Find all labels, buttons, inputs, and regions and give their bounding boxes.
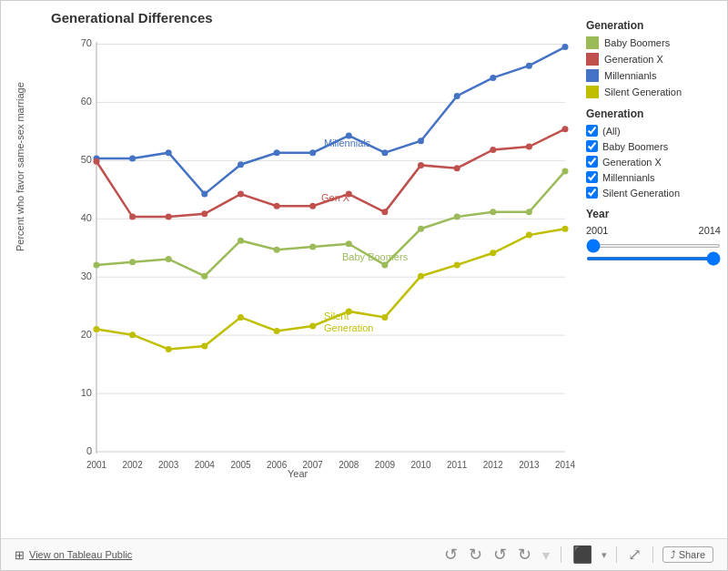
svg-point-70	[490, 209, 496, 215]
svg-point-79	[309, 323, 316, 330]
svg-point-34	[201, 191, 207, 198]
y-axis-label: Percent who favor same-sex marriage	[15, 115, 25, 251]
year-slider-min[interactable]	[586, 244, 721, 248]
svg-point-85	[526, 232, 532, 239]
divider-1: ▾	[542, 546, 550, 564]
svg-point-50	[274, 203, 280, 209]
undo2-button[interactable]: ↺	[491, 545, 509, 565]
svg-point-71	[526, 209, 532, 215]
svg-text:Baby Boomers: Baby Boomers	[342, 251, 409, 262]
sidebar: Generation Baby Boomers Generation X Mil…	[579, 10, 728, 534]
svg-point-65	[309, 244, 316, 250]
svg-point-40	[418, 138, 424, 144]
legend-color-gen-x	[586, 53, 599, 66]
svg-point-32	[129, 156, 136, 162]
svg-point-67	[381, 261, 388, 268]
svg-point-86	[562, 226, 569, 232]
svg-point-37	[309, 149, 316, 156]
vertical-divider	[561, 546, 561, 563]
svg-text:2014: 2014	[555, 460, 576, 470]
download-arrow: ▾	[602, 549, 607, 561]
svg-point-64	[274, 247, 280, 253]
svg-point-83	[454, 261, 460, 268]
year-section: Year 2001 2014	[586, 208, 721, 263]
svg-point-51	[309, 203, 316, 209]
filter-silent-checkbox[interactable]	[586, 187, 598, 199]
filter-millennials-checkbox[interactable]	[586, 171, 598, 183]
legend-label-millennials: Millennianls	[604, 70, 656, 81]
filter-baby-boomers-label: Baby Boomers	[602, 141, 668, 152]
svg-point-57	[526, 144, 532, 150]
svg-point-45	[94, 158, 100, 165]
redo-button[interactable]: ↻	[467, 545, 484, 565]
filter-gen-x-label: Generation X	[602, 157, 662, 168]
x-axis-label: Year	[288, 468, 308, 479]
filter-all-label: (All)	[602, 126, 621, 137]
footer: ⊞ View on Tableau Public ↺ ↻ ↺ ↻ ▾ ⬛ ▾ ⤢…	[1, 538, 727, 570]
undo-button[interactable]: ↺	[442, 545, 460, 565]
svg-point-84	[490, 250, 496, 256]
svg-point-63	[238, 238, 244, 244]
svg-point-55	[454, 165, 460, 171]
filter-gen-x-checkbox[interactable]	[586, 156, 598, 168]
svg-point-76	[201, 343, 207, 350]
year-range: 2001 2014	[586, 225, 721, 236]
svg-point-77	[238, 314, 244, 321]
svg-text:2010: 2010	[410, 460, 431, 470]
svg-point-33	[166, 149, 172, 156]
footer-left: ⊞ View on Tableau Public	[15, 548, 132, 562]
svg-point-69	[454, 214, 460, 220]
legend-label-baby-boomers: Baby Boomers	[604, 37, 670, 48]
legend-color-baby-boomers	[586, 36, 599, 49]
download-button[interactable]: ⬛	[571, 545, 594, 565]
svg-point-62	[201, 273, 207, 280]
filter-section: Generation (All) Baby Boomers Generation…	[586, 107, 721, 199]
svg-text:2008: 2008	[339, 460, 359, 470]
svg-point-59	[94, 261, 100, 268]
year-slider-max[interactable]	[586, 257, 721, 260]
svg-text:2009: 2009	[375, 460, 396, 470]
svg-text:0: 0	[86, 445, 92, 456]
svg-point-73	[94, 326, 100, 332]
redo2-button[interactable]: ↻	[516, 545, 533, 565]
chart-section: Generational Differences Percent who fav…	[5, 10, 579, 534]
legend-color-silent	[586, 86, 599, 98]
svg-point-41	[454, 93, 460, 99]
svg-point-74	[129, 331, 136, 338]
fullscreen-button[interactable]: ⤢	[626, 545, 643, 565]
svg-point-72	[562, 168, 569, 174]
legend-item-baby-boomers: Baby Boomers	[586, 36, 721, 49]
svg-text:2001: 2001	[86, 460, 107, 470]
filter-all-checkbox[interactable]	[586, 125, 598, 137]
filter-all[interactable]: (All)	[586, 125, 721, 137]
filter-baby-boomers-checkbox[interactable]	[586, 140, 598, 152]
legend-item-silent: Silent Generation	[586, 86, 721, 98]
share-label: Share	[679, 549, 705, 560]
legend-color-millennials	[586, 69, 599, 82]
filter-millennials[interactable]: Millennianls	[586, 171, 721, 183]
svg-point-61	[166, 256, 172, 262]
svg-point-39	[381, 149, 388, 156]
svg-point-58	[562, 126, 569, 132]
share-button[interactable]: ⤴ Share	[662, 546, 713, 563]
svg-point-44	[562, 44, 569, 50]
legend-item-gen-x: Generation X	[586, 53, 721, 66]
svg-point-54	[418, 162, 424, 168]
svg-point-35	[238, 161, 244, 168]
tableau-icon: ⊞	[15, 548, 25, 562]
svg-point-60	[129, 259, 136, 265]
share-icon: ⤴	[671, 549, 676, 560]
svg-text:2013: 2013	[519, 460, 540, 470]
svg-point-56	[490, 147, 496, 153]
filter-silent[interactable]: Silent Generation	[586, 187, 721, 199]
filter-gen-x[interactable]: Generation X	[586, 156, 721, 168]
filter-baby-boomers[interactable]: Baby Boomers	[586, 140, 721, 152]
view-on-tableau-label[interactable]: View on Tableau Public	[29, 549, 132, 560]
year-filter-title: Year	[586, 208, 721, 220]
svg-text:60: 60	[81, 96, 92, 107]
svg-text:70: 70	[81, 37, 92, 48]
svg-text:Millennials: Millennials	[324, 138, 371, 148]
svg-text:2012: 2012	[483, 460, 504, 470]
year-max: 2014	[699, 225, 721, 236]
svg-point-82	[418, 273, 424, 280]
